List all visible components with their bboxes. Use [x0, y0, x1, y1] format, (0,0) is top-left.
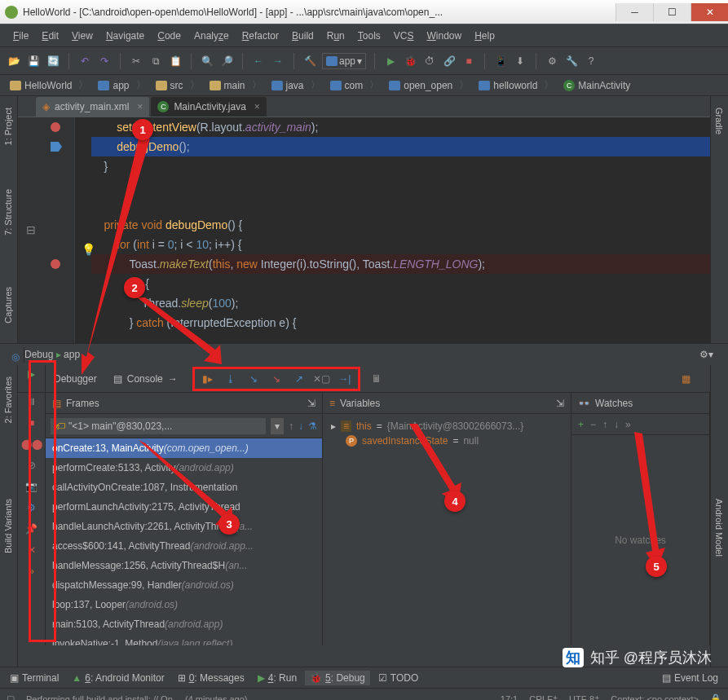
save-icon[interactable]: 💾 [26, 54, 41, 68]
crumb-helloworld[interactable]: helloworld [474, 77, 558, 94]
help-icon[interactable]: ? [584, 54, 598, 68]
menu-tools[interactable]: Tools [353, 29, 386, 43]
menu-vcs[interactable]: VCS [389, 29, 419, 43]
menu-view[interactable]: View [67, 29, 98, 43]
stop-icon[interactable]: ■ [24, 416, 39, 430]
restore-icon[interactable]: ⇲ [307, 398, 315, 409]
menu-help[interactable]: Help [470, 29, 500, 43]
remove-watch-icon[interactable]: − [590, 419, 596, 430]
code-editor[interactable]: ⊟ 💡 setContentView(R.layout.activity_mai… [18, 117, 710, 343]
file-tab-mainactivity[interactable]: C MainActivity.java × [151, 97, 267, 117]
frame-row[interactable]: access$600:141, ActivityThread (android.… [46, 536, 322, 556]
force-step-into-icon[interactable]: ↘ [268, 371, 285, 387]
down-icon[interactable]: ↓ [614, 419, 619, 430]
frame-row[interactable]: main:5103, ActivityThread (android.app) [46, 614, 322, 634]
menu-analyze[interactable]: Analyze [189, 29, 234, 43]
crumb-com[interactable]: com [325, 77, 385, 94]
lock-icon[interactable]: 🔒 [710, 693, 721, 700]
maximize-button[interactable]: ☐ [653, 3, 690, 21]
mute-breakpoints-icon[interactable]: ⊘ [24, 458, 39, 473]
frame-row[interactable]: onCreate:13, MainActivity (com.open_open… [46, 438, 322, 458]
stop-icon[interactable]: ■ [461, 54, 476, 68]
up-icon[interactable]: ↑ [602, 419, 607, 430]
filter-icon[interactable]: ⚗ [308, 420, 317, 432]
copy-icon[interactable]: ⧉ [148, 54, 163, 68]
crumb-app[interactable]: app [93, 77, 150, 94]
gear-icon[interactable]: ⚙▾ [699, 349, 713, 360]
structure-icon[interactable]: ⚙ [545, 54, 559, 68]
more-icon[interactable]: » [625, 419, 631, 430]
menu-run[interactable]: Run [322, 29, 350, 43]
frame-row[interactable]: loop:137, Looper (android.os) [46, 595, 322, 614]
close-icon[interactable]: × [137, 101, 143, 112]
more-icon[interactable]: » [24, 564, 39, 579]
tab-build-variants[interactable]: Build Variants [2, 495, 15, 557]
thread-select[interactable]: 🏷 "<1> main"@830,023,... [51, 418, 266, 434]
frame-row[interactable]: invokeNative:-1, Method (java.lang.refle… [46, 634, 322, 645]
next-frame-icon[interactable]: ↓ [298, 420, 303, 432]
dropdown-icon[interactable]: ▾ [271, 418, 284, 434]
frame-row[interactable]: handleMessage:1256, ActivityThread$H (an… [46, 556, 322, 575]
frames-list[interactable]: onCreate:13, MainActivity (com.open_open… [46, 438, 322, 645]
make-icon[interactable]: 🔨 [302, 54, 317, 68]
prev-frame-icon[interactable]: ↑ [289, 420, 293, 432]
sync-icon[interactable]: 🔄 [46, 54, 60, 68]
file-tab-activity-main[interactable]: ◈ activity_main.xml × [36, 97, 149, 117]
step-over-icon[interactable]: ⭳ [223, 371, 239, 387]
frame-row[interactable]: handleLaunchActivity:2261, ActivityThrea… [46, 517, 322, 536]
frame-row[interactable]: performCreate:5133, Activity (android.ap… [46, 458, 322, 478]
tab-debugger[interactable]: Debugger [46, 370, 105, 388]
tab-debug[interactable]: 🐞5: Debug [305, 671, 370, 685]
tab-android-monitor[interactable]: ▲6: Android Monitor [67, 671, 169, 685]
find-icon[interactable]: 🔍 [200, 54, 214, 68]
variable-row[interactable]: PsavedInstanceState = null [328, 434, 566, 448]
status-icon[interactable]: ▢ [7, 693, 15, 700]
execution-point-icon[interactable] [51, 142, 62, 152]
variable-row[interactable]: ▸≡this = {MainActivity@83002666073...} [328, 419, 566, 434]
tab-structure[interactable]: 7: Structure [2, 186, 15, 239]
fold-minus-icon[interactable]: ⊟ [26, 220, 36, 240]
run-config-select[interactable]: app ▾ [322, 53, 366, 69]
screenshot-icon[interactable]: 📷 [24, 479, 39, 494]
caret-position[interactable]: 17:1 [501, 694, 518, 701]
attach-icon[interactable]: 🔗 [442, 54, 457, 68]
tab-captures[interactable]: Captures [2, 284, 15, 327]
menu-code[interactable]: Code [152, 29, 186, 43]
redo-icon[interactable]: ↷ [97, 54, 112, 68]
menu-refactor[interactable]: Refactor [237, 29, 284, 43]
run-to-cursor-icon[interactable]: →| [337, 371, 353, 387]
close-icon[interactable]: × [254, 101, 260, 112]
crumb-java[interactable]: java [267, 77, 325, 94]
open-icon[interactable]: 📂 [7, 54, 21, 68]
avd-icon[interactable]: 📱 [493, 54, 508, 68]
menu-file[interactable]: File [8, 29, 33, 43]
evaluate-icon[interactable]: 🖩 [368, 371, 385, 387]
file-encoding[interactable]: UTF-8‡ [569, 694, 599, 701]
drop-frame-icon[interactable]: ✕▢ [314, 371, 330, 387]
tab-android-model[interactable]: Android Model [713, 495, 726, 560]
crumb-open[interactable]: open_open [384, 77, 474, 94]
menu-build[interactable]: Build [287, 29, 319, 43]
crumb-class[interactable]: CMainActivity [558, 78, 642, 93]
debug-icon[interactable]: 🐞 [403, 54, 417, 68]
menu-window[interactable]: Window [421, 29, 466, 43]
pause-icon[interactable]: ⏸ [24, 394, 39, 409]
menu-edit[interactable]: Edit [37, 29, 64, 43]
step-into-icon[interactable]: ↘ [245, 371, 262, 387]
expand-icon[interactable]: ▸ [331, 420, 336, 432]
run-icon[interactable]: ▶ [383, 54, 398, 68]
replace-icon[interactable]: 🔎 [219, 54, 234, 68]
close-button[interactable]: ✕ [690, 3, 728, 21]
view-breakpoints-icon[interactable]: ⬤⬤ [24, 437, 39, 451]
tab-gradle[interactable]: Gradle [713, 104, 726, 138]
forward-icon[interactable]: → [271, 54, 285, 68]
menu-navigate[interactable]: Navigate [101, 29, 149, 43]
layout-settings-icon[interactable]: ⚙ [24, 500, 39, 515]
close-debug-icon[interactable]: ✕ [24, 543, 39, 557]
profile-icon[interactable]: ⏱ [422, 54, 437, 68]
layout-icon[interactable]: ▦ [677, 371, 694, 387]
undo-icon[interactable]: ↶ [77, 54, 92, 68]
show-execution-icon[interactable]: ▮▸ [200, 371, 216, 387]
sdk-icon[interactable]: ⬇ [513, 54, 527, 68]
resume-icon[interactable]: ▶ [24, 367, 39, 381]
